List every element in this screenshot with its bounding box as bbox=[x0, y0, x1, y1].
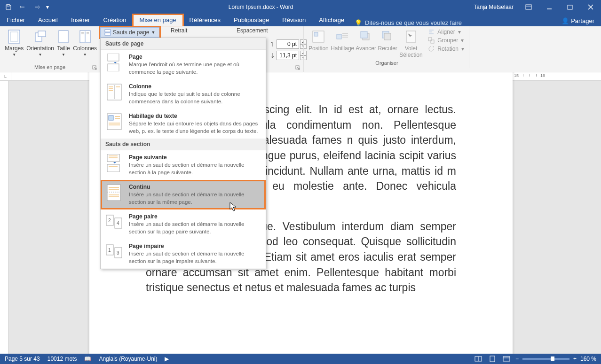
dd-item-page[interactable]: PageMarque l'endroit où se termine une p… bbox=[101, 50, 266, 79]
close-icon[interactable] bbox=[580, 0, 601, 14]
group-arrange: Position Habillage Avancer Reculer Volet… bbox=[305, 26, 469, 68]
marges-button[interactable]: Marges▼ bbox=[3, 28, 26, 58]
text-wrap-break-icon bbox=[105, 113, 123, 131]
quick-access-toolbar: ▾ bbox=[0, 1, 53, 13]
volet-selection-button[interactable]: Volet Sélection bbox=[399, 28, 424, 59]
dd-item-page-paire[interactable]: 24 Page paireInsère un saut de section e… bbox=[101, 209, 266, 239]
maximize-icon[interactable] bbox=[560, 0, 580, 14]
svg-text:1: 1 bbox=[108, 248, 111, 253]
svg-rect-39 bbox=[108, 64, 119, 71]
tab-fichier[interactable]: Fichier bbox=[0, 15, 32, 26]
dd-item-page-impaire[interactable]: 13 Page impaireInsère un saut de section… bbox=[101, 239, 266, 269]
share-label: Partager bbox=[571, 17, 594, 24]
dd-item-habillage[interactable]: Habillage du texteSépare le texte qui en… bbox=[101, 109, 266, 139]
svg-text:2: 2 bbox=[108, 218, 111, 223]
window-controls bbox=[518, 0, 601, 14]
dd-title: Page impaire bbox=[129, 243, 261, 249]
tab-affichage[interactable]: Affichage bbox=[312, 15, 351, 26]
view-read-icon[interactable] bbox=[473, 355, 483, 363]
svg-rect-10 bbox=[38, 31, 46, 37]
group-page-setup: Marges▼ Orientation▼ Taille▼ Colonnes▼ M… bbox=[0, 26, 100, 72]
group-arrange-label: Organiser bbox=[308, 59, 466, 67]
position-icon bbox=[311, 29, 326, 44]
dd-title: Continu bbox=[129, 184, 261, 190]
svg-rect-11 bbox=[59, 31, 68, 43]
spellcheck-icon[interactable]: 📖 bbox=[84, 356, 91, 362]
status-language[interactable]: Anglais (Royaume-Uni) bbox=[99, 356, 157, 362]
sauts-dropdown: Sauts de page PageMarque l'endroit où se… bbox=[100, 38, 266, 269]
aligner-label: Aligner bbox=[437, 29, 455, 35]
minimize-icon[interactable] bbox=[539, 0, 560, 14]
save-icon[interactable] bbox=[2, 1, 15, 13]
tab-revision[interactable]: Révision bbox=[276, 15, 312, 26]
tell-me[interactable]: 💡 Dites-nous ce que vous voulez faire bbox=[355, 19, 555, 26]
size-icon bbox=[56, 29, 71, 44]
reculer-label: Reculer bbox=[378, 45, 397, 52]
reculer-button[interactable]: Reculer bbox=[378, 28, 398, 53]
group-icon bbox=[428, 37, 435, 44]
tab-creation[interactable]: Création bbox=[96, 15, 133, 26]
page-setup-launcher-icon[interactable] bbox=[92, 64, 99, 71]
share-button[interactable]: 👤 Partager bbox=[555, 15, 601, 26]
ruler-vertical[interactable] bbox=[0, 81, 8, 354]
continuous-section-icon bbox=[105, 184, 123, 201]
status-words[interactable]: 10012 mots bbox=[47, 356, 77, 362]
svg-text:4: 4 bbox=[117, 221, 119, 226]
dd-item-colonne[interactable]: ColonneIndique que le texte qui suit le … bbox=[101, 79, 266, 109]
aligner-button[interactable]: Aligner ▾ bbox=[426, 28, 466, 36]
view-web-icon[interactable] bbox=[501, 355, 512, 363]
tell-me-label: Dites-nous ce que vous voulez faire bbox=[365, 19, 462, 26]
titlebar: ▾ Lorum Ipsum.docx - Word Tanja Metselaa… bbox=[0, 0, 601, 14]
colonnes-button[interactable]: Colonnes▼ bbox=[73, 28, 97, 58]
taille-button[interactable]: Taille▼ bbox=[55, 28, 72, 58]
grouper-button[interactable]: Grouper ▾ bbox=[426, 37, 466, 44]
page-break-icon bbox=[105, 54, 123, 71]
dd-title: Habillage du texte bbox=[129, 113, 261, 119]
redo-icon[interactable] bbox=[30, 1, 43, 13]
position-button[interactable]: Position bbox=[308, 28, 330, 53]
ruler-corner: L bbox=[0, 72, 11, 81]
bring-forward-icon bbox=[358, 29, 373, 44]
svg-rect-31 bbox=[384, 33, 391, 40]
dd-item-page-suivante[interactable]: Page suivanteInsère un saut de section e… bbox=[101, 150, 266, 180]
habillage-button[interactable]: Habillage bbox=[331, 28, 355, 53]
tab-publipostage[interactable]: Publipostage bbox=[227, 15, 276, 26]
svg-rect-76 bbox=[503, 356, 510, 361]
svg-marker-58 bbox=[113, 162, 116, 163]
zoom-out-button[interactable]: − bbox=[515, 356, 519, 362]
svg-rect-38 bbox=[108, 54, 119, 61]
status-page[interactable]: Page 5 sur 43 bbox=[5, 356, 40, 362]
next-page-section-icon bbox=[105, 154, 123, 172]
habillage-label: Habillage bbox=[331, 45, 354, 52]
rotation-button[interactable]: Rotation ▾ bbox=[426, 45, 466, 53]
tab-accueil[interactable]: Accueil bbox=[32, 15, 64, 26]
selection-pane-icon bbox=[403, 29, 419, 44]
macro-icon[interactable]: ▶ bbox=[165, 356, 169, 362]
ribbon-options-icon[interactable] bbox=[518, 0, 539, 14]
zoom-level[interactable]: 160 % bbox=[580, 356, 596, 362]
paragraph-launcher-icon[interactable] bbox=[295, 64, 302, 71]
group-page-setup-label: Mise en page bbox=[3, 63, 97, 71]
share-icon: 👤 bbox=[561, 17, 569, 24]
svg-rect-29 bbox=[361, 31, 367, 38]
orientation-icon bbox=[33, 29, 48, 44]
dd-title: Page bbox=[129, 54, 261, 60]
undo-icon[interactable] bbox=[16, 1, 29, 13]
svg-rect-48 bbox=[109, 116, 113, 120]
zoom-slider[interactable] bbox=[522, 358, 569, 360]
dd-item-continu[interactable]: ContinuInsère un saut de section et déma… bbox=[101, 180, 266, 209]
zoom-in-button[interactable]: + bbox=[573, 356, 577, 362]
tab-inserer[interactable]: Insérer bbox=[64, 15, 96, 26]
qat-dropdown-icon[interactable]: ▾ bbox=[44, 1, 51, 13]
tab-references[interactable]: Références bbox=[183, 15, 227, 26]
dd-title: Page suivante bbox=[129, 154, 261, 161]
view-print-icon[interactable] bbox=[487, 355, 498, 363]
avancer-button[interactable]: Avancer bbox=[356, 28, 377, 53]
orientation-button[interactable]: Orientation▼ bbox=[27, 28, 54, 58]
avancer-label: Avancer bbox=[356, 45, 376, 52]
user-name[interactable]: Tanja Metselaar bbox=[469, 4, 518, 10]
svg-rect-56 bbox=[107, 164, 119, 172]
dd-desc: Indique que le texte qui suit le saut de… bbox=[129, 91, 261, 105]
tab-mise-en-page[interactable]: Mise en page bbox=[133, 15, 183, 26]
dd-title: Colonne bbox=[129, 83, 261, 90]
